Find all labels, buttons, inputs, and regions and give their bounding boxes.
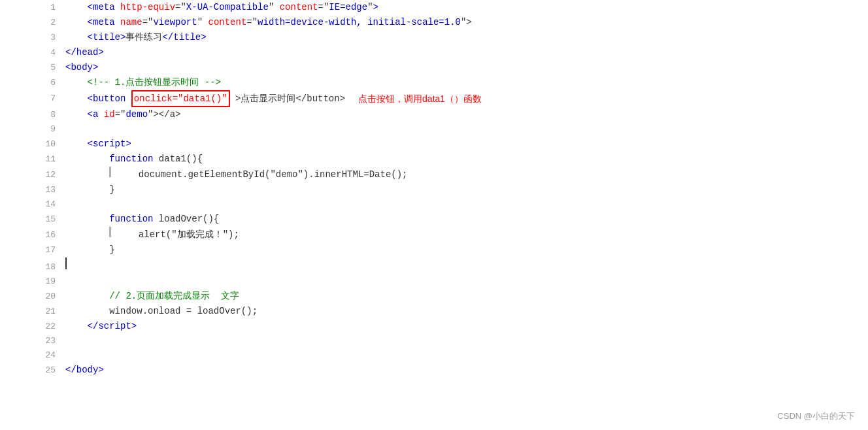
code-line-3: 3 <title>事件练习</title> — [36, 30, 868, 45]
code-line-12: 12 document.getElementById("demo").inner… — [36, 167, 868, 182]
code-line-14: 14 — [36, 197, 868, 212]
code-line-10: 10 <script> — [36, 137, 868, 152]
code-line-8: 8 <a id="demo"></a> — [36, 107, 868, 122]
code-line-4: 4 </head> — [36, 45, 868, 60]
code-line-24: 24 — [36, 348, 868, 363]
code-line-23: 23 — [36, 334, 868, 348]
code-editor: 1 <meta http-equiv="X-UA-Compatible" con… — [0, 0, 868, 430]
code-line-15: 15 function loadOver(){ — [36, 212, 868, 227]
code-line-19: 19 — [36, 274, 868, 289]
code-line-21: 21 window.onload = loadOver(); — [36, 304, 868, 319]
code-line-5: 5 <body> — [36, 60, 868, 75]
code-line-7: 7 <button onclick="data1()" >点击显示时间</but… — [36, 90, 868, 107]
code-line-17: 17 } — [36, 242, 868, 257]
annotation-1: 点击按钮，调用data1（）函数 — [358, 91, 482, 106]
code-line-6: 6 <!-- 1.点击按钮显示时间 --> — [36, 75, 868, 90]
code-line-9: 9 — [36, 122, 868, 137]
code-line-20: 20 // 2.页面加载完成显示 文字 — [36, 289, 868, 304]
code-line-11: 11 function data1(){ — [36, 152, 868, 167]
code-line-22: 22 </script> — [36, 319, 868, 334]
code-line-18: 18 — [36, 257, 868, 274]
code-line-2: 2 <meta name="viewport" content="width=d… — [36, 15, 868, 30]
code-line-13: 13 } — [36, 182, 868, 197]
code-line-1: 1 <meta http-equiv="X-UA-Compatible" con… — [36, 0, 868, 15]
code-line-25: 25 </body> — [36, 363, 868, 378]
code-line-16: 16 alert("加载完成！"); — [36, 227, 868, 242]
code-content: 1 <meta http-equiv="X-UA-Compatible" con… — [29, 0, 868, 378]
watermark: CSDN @小白的天下 — [777, 410, 855, 422]
